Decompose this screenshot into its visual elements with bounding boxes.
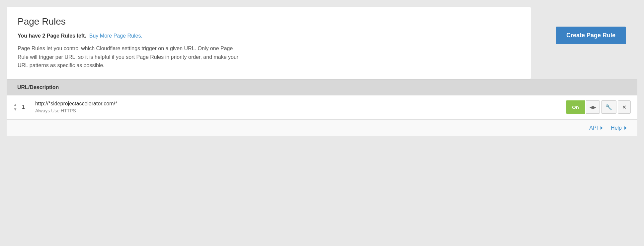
rules-left-text: You have 2 Page Rules left. Buy More Pag… <box>18 33 520 39</box>
api-link[interactable]: API <box>589 125 603 131</box>
main-panel: Page Rules You have 2 Page Rules left. B… <box>7 7 531 79</box>
api-chevron-icon <box>601 126 603 130</box>
buy-more-link[interactable]: Buy More Page Rules. <box>89 33 142 39</box>
delete-button[interactable]: ✕ <box>618 100 631 114</box>
description-text: Page Rules let you control which Cloudfl… <box>18 44 243 70</box>
page-title: Page Rules <box>18 16 520 27</box>
bottom-section: URL/Description ▲ ▼ 1 http://*sideprojec… <box>0 79 644 136</box>
row-sorter[interactable]: ▲ ▼ <box>13 102 17 112</box>
sort-down-icon[interactable]: ▼ <box>13 107 17 112</box>
help-link[interactable]: Help <box>611 125 627 131</box>
row-description: Always Use HTTPS <box>35 108 566 113</box>
row-number: 1 <box>22 104 29 110</box>
table-row: ▲ ▼ 1 http://*sideprojectaccelerator.com… <box>7 95 637 119</box>
help-link-label: Help <box>611 125 622 131</box>
row-actions: On ◀▶ 🔧 ✕ <box>566 100 631 114</box>
toggle-arrows-button[interactable]: ◀▶ <box>586 100 600 114</box>
sidebar-panel: Create Page Rule <box>544 7 637 79</box>
table-section: URL/Description ▲ ▼ 1 http://*sideprojec… <box>7 79 637 136</box>
top-section: Page Rules You have 2 Page Rules left. B… <box>0 0 644 79</box>
edit-button[interactable]: 🔧 <box>601 100 616 114</box>
wrench-icon: 🔧 <box>605 104 612 110</box>
api-link-label: API <box>589 125 598 131</box>
row-content: http://*sideprojectaccelerator.com/* Alw… <box>35 101 566 113</box>
close-icon: ✕ <box>622 104 626 110</box>
sort-up-icon[interactable]: ▲ <box>13 102 17 107</box>
create-page-rule-button[interactable]: Create Page Rule <box>556 27 626 44</box>
arrows-icon: ◀▶ <box>590 105 596 110</box>
page-container: Page Rules You have 2 Page Rules left. B… <box>0 0 644 246</box>
help-chevron-icon <box>624 126 627 130</box>
toggle-on-button[interactable]: On <box>566 100 585 114</box>
footer-bar: API Help <box>7 119 637 136</box>
row-url: http://*sideprojectaccelerator.com/* <box>35 101 566 107</box>
url-description-column-header: URL/Description <box>17 84 59 90</box>
rules-left-bold: You have 2 Page Rules left. <box>18 33 86 39</box>
table-header: URL/Description <box>7 79 637 95</box>
